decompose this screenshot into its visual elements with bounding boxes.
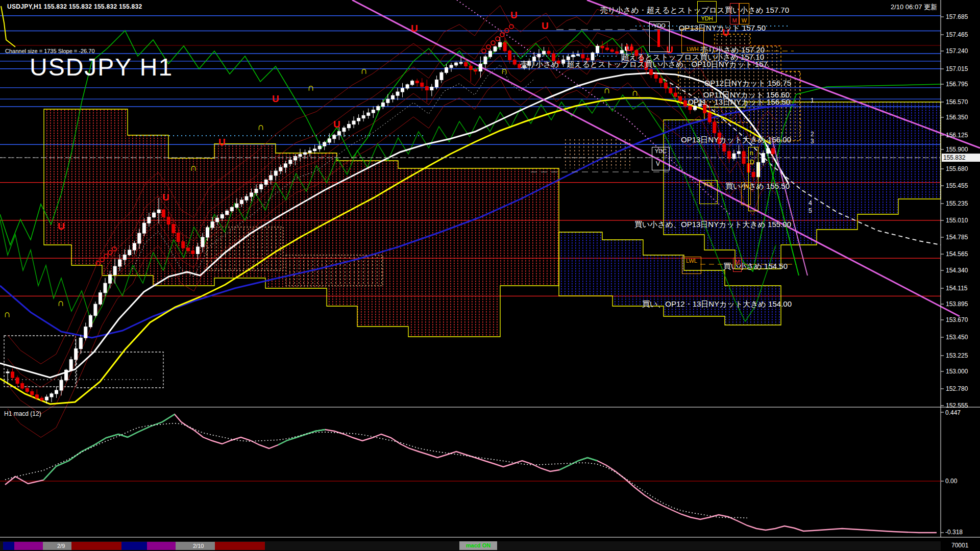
bars-counter: 70001 (951, 542, 968, 549)
axis-price-label: 157.015 (946, 65, 968, 72)
axis-price-label: 155.680 (946, 165, 968, 172)
session-box-m: M (730, 3, 739, 24)
session-box-ydo: YDO (649, 21, 670, 52)
axis-price-label: 156.795 (946, 81, 968, 88)
marker-label-4: 4 (808, 199, 812, 207)
timeline-date: 2/9 (57, 543, 65, 549)
svg-text:∩: ∩ (360, 65, 368, 76)
session-box-w: W (739, 3, 749, 24)
chart-canvas[interactable]: UUUUUUUUUUU∩∩∩∩∩∩∩∩∩ (0, 0, 980, 551)
marker-label-V: V (656, 160, 660, 167)
svg-text:U: U (162, 192, 169, 203)
axis-price-label: 153.225 (946, 352, 968, 359)
axis-price-label: 154.340 (946, 267, 968, 274)
session-box-lwh: LWH (681, 29, 704, 53)
svg-text:U: U (411, 23, 418, 34)
svg-text:U: U (333, 119, 340, 130)
session-box-ydc: YDC (652, 147, 670, 170)
session-box-ydl: YDL (699, 180, 718, 204)
ohlc-header: USDJPY,H1 155.832 155.832 155.832 155.83… (7, 3, 142, 10)
marker-label-3: 3 (811, 138, 814, 145)
axis-price-label: 154.115 (946, 285, 968, 292)
axis-price-label: 153.450 (946, 334, 968, 341)
order-annotation: 売り小さめ・超えるとストップロス買い小さめ、OP10日NYカット 157. (520, 60, 770, 69)
marker-label-5: 5 (808, 207, 812, 214)
svg-text:U: U (626, 42, 633, 53)
last-updated: 2/10 06:07 更新 (891, 3, 937, 12)
svg-text:∩: ∩ (631, 87, 639, 98)
svg-text:∩: ∩ (307, 82, 314, 93)
svg-text:∩: ∩ (4, 309, 11, 319)
order-annotation: 売り小さめ・超えるとストップロス買い小さめ 157.70 (600, 6, 789, 15)
order-annotation: OP13日NYカット大きめ 156.00 (681, 135, 791, 145)
symbol-watermark: USDJPY H1 (30, 53, 173, 81)
axis-price-label: 154.785 (946, 234, 968, 241)
order-annotation: 買い小さめ、OP13日NYカット大きめ 155.00 (634, 220, 791, 230)
axis-price-label: 155.010 (946, 217, 968, 224)
session-box-ydh: YDH (697, 1, 717, 22)
macd-pane-graphics (0, 407, 980, 537)
timeline-date: 2/10 (193, 543, 204, 549)
svg-text:∩: ∩ (190, 162, 197, 173)
svg-text:∩: ∩ (57, 297, 64, 308)
axis-price-label: 156.350 (946, 114, 968, 121)
axis-price-label: 152.780 (946, 385, 968, 392)
order-annotation: OP12日NYカット 156.75 (704, 79, 791, 88)
svg-text:U: U (542, 20, 549, 31)
svg-text:∩: ∩ (257, 121, 264, 132)
macd-toggle-button[interactable]: macd ON (459, 541, 497, 550)
svg-text:U: U (58, 221, 65, 232)
session-box-m: M (733, 258, 742, 272)
session-box-lwl: LWL (682, 257, 701, 274)
macd-zero-label: 0.00 (945, 478, 957, 485)
marker-label-n: n (750, 149, 753, 157)
order-annotation: 買い、OP12・13日NYカット大きめ 154.00 (642, 299, 792, 309)
axis-price-label: 157.240 (946, 47, 968, 55)
axis-price-label: 156.570 (946, 98, 968, 106)
svg-text:U: U (218, 137, 226, 147)
axis-price-label: 152.555 (946, 402, 968, 409)
ichimoku-clouds (4, 34, 941, 388)
axis-price-label: 153.895 (946, 300, 968, 308)
macd-min-label: -0.318 (945, 529, 963, 536)
axis-price-label: 155.900 (946, 146, 968, 153)
axis-price-label: 156.125 (946, 132, 968, 139)
axis-price-label: 153.000 (946, 368, 968, 375)
axis-price-label: 154.565 (946, 251, 968, 258)
svg-text:∩: ∩ (501, 65, 508, 76)
axis-price-label: 155.455 (946, 182, 968, 189)
current-price-tag: 155.832 (942, 154, 980, 162)
svg-text:U: U (510, 10, 518, 20)
macd-max-label: 0.447 (945, 409, 961, 416)
svg-text:U: U (272, 93, 279, 104)
macd-pane-title: H1 macd (12) (4, 410, 41, 417)
axis-price-label: 157.465 (946, 31, 968, 38)
marker-label-2: 2 (811, 131, 814, 138)
marker-label-1: 1 (811, 97, 814, 104)
marker-label-D: D (750, 159, 754, 166)
svg-text:∩: ∩ (603, 85, 610, 95)
order-annotation: OP11・13日NYカット 156.50 (688, 97, 790, 107)
axis-price-label: 153.670 (946, 316, 968, 323)
axis-price-label: 157.685 (946, 13, 968, 20)
axis-price-label: 155.235 (946, 200, 968, 207)
trading-chart-window: UUUUUUUUUUU∩∩∩∩∩∩∩∩∩ USDJPY,H1 155.832 1… (0, 0, 980, 551)
